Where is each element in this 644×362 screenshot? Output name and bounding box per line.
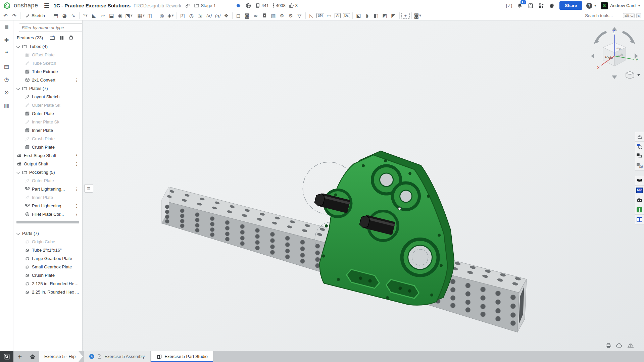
feature-row[interactable]: Output Shaft⋮ <box>13 160 82 168</box>
sm-corner-icon[interactable]: ◩ <box>381 12 389 19</box>
green-book-icon[interactable] <box>635 205 644 215</box>
tab-search-icon[interactable] <box>0 351 13 362</box>
feature-row[interactable]: Crush Plate <box>13 143 82 151</box>
custom-robot-icon[interactable]: ◙ <box>243 12 251 19</box>
chevron-down-icon[interactable] <box>16 170 20 173</box>
feature-row[interactable]: 2x1 Convert⋮ <box>13 76 82 84</box>
rotate-cw-icon[interactable] <box>623 32 633 41</box>
robot-icon[interactable] <box>635 195 644 205</box>
butterfly-icon[interactable] <box>635 176 644 186</box>
feature-row[interactable]: Outer Plate <box>13 109 82 118</box>
copies-stat[interactable]: 441 <box>255 3 269 8</box>
transform-icon[interactable]: ⇲ <box>196 12 204 19</box>
variable-studio-icon[interactable]: (q) <box>213 12 222 19</box>
sketch-point[interactable] <box>398 207 401 210</box>
feature-row-folder-plates[interactable]: Plates (7) <box>13 84 82 93</box>
learning-center-icon[interactable] <box>549 2 555 9</box>
row-menu-icon[interactable]: ⋮ <box>73 77 80 83</box>
3d-viewport[interactable]: ≣ Top Right Back <box>83 20 644 351</box>
follows-stat[interactable]: 4008 <box>272 3 286 8</box>
mirror-icon[interactable]: ◫ <box>146 12 154 19</box>
part-row[interactable]: Crush Plate <box>13 271 82 279</box>
plane-icon[interactable]: ◰ <box>179 12 187 19</box>
model-scene[interactable] <box>83 20 644 351</box>
search-parts-icon[interactable]: ⊙ <box>3 89 10 96</box>
linkage-icon[interactable]: ∞ <box>252 12 260 19</box>
sheet-metal-sm-icon[interactable]: SM <box>316 12 325 19</box>
redo-icon[interactable]: ↷ <box>10 12 18 19</box>
rollback-bar[interactable] <box>16 221 79 223</box>
arrow-left-icon[interactable] <box>591 53 594 59</box>
part-row[interactable]: Small Gearbox Plate <box>13 263 82 271</box>
draft-icon[interactable]: ▱ <box>99 12 107 19</box>
gear2-icon[interactable]: ⚙ <box>287 12 295 19</box>
modify-fillet-icon[interactable]: ⬔▼ <box>125 12 133 19</box>
document-title[interactable]: 1C - Practice Exercise Solutions <box>54 3 131 8</box>
print-icon[interactable] <box>605 343 612 348</box>
linear-pattern-icon[interactable]: ▦▼ <box>137 12 145 19</box>
feature-row[interactable]: Inner Plate Sk <box>13 118 82 126</box>
flat-pattern-icon[interactable]: ▭ <box>325 12 333 19</box>
cube-braces-icon[interactable] <box>635 151 644 161</box>
public-globe-icon[interactable] <box>245 2 252 9</box>
feature-row[interactable]: Inner Plate <box>13 126 82 135</box>
custom-features-icon[interactable]: ◙▼ <box>413 12 422 19</box>
helix-icon[interactable]: ◷ <box>187 12 196 19</box>
part-row[interactable]: Tube 2"x1"x16" <box>13 246 82 254</box>
filter-funnel-icon[interactable]: ▽ <box>295 12 304 19</box>
appearance-panel-icon[interactable] <box>635 132 644 142</box>
tasks-icon[interactable] <box>527 2 534 9</box>
link-icon[interactable] <box>184 2 191 9</box>
search-tools[interactable]: alt/⌥ c <box>584 13 643 18</box>
rollback-timer-icon[interactable] <box>68 35 73 40</box>
parts-header-row[interactable]: Parts (7) <box>13 229 82 238</box>
new-folder-icon[interactable] <box>50 35 55 40</box>
cube-variable-icon[interactable]: (x) <box>635 161 644 171</box>
primitive-box-icon[interactable]: ◻ <box>234 12 243 19</box>
blue-book-icon[interactable] <box>635 215 644 224</box>
comments-icon[interactable]: ❝ <box>3 49 10 57</box>
help-menu[interactable]: ? ▼ <box>586 3 597 9</box>
row-menu-icon[interactable]: ⋮ <box>73 161 80 166</box>
feature-row[interactable]: Part Lightening...⋮ <box>13 202 82 210</box>
chamfer-icon[interactable]: ◣ <box>90 12 98 19</box>
undo-icon[interactable]: ↶ <box>1 12 10 19</box>
education-icon[interactable] <box>235 2 242 9</box>
arrow-down-icon[interactable] <box>612 75 617 79</box>
share-button[interactable]: Share <box>559 1 582 10</box>
feature-row[interactable]: Outer Plate <box>13 176 82 185</box>
search-tools-input[interactable] <box>584 13 621 18</box>
sm-fold-icon[interactable]: ⬕ <box>354 12 363 19</box>
ground-plane-icon[interactable] <box>627 343 634 348</box>
ds-badge-icon[interactable]: Ds <box>342 12 351 19</box>
row-menu-icon[interactable]: ⋮ <box>73 212 80 217</box>
mk-icon[interactable]: MK <box>635 186 644 195</box>
feature-row[interactable]: Layout Sketch <box>13 93 82 101</box>
sweep-icon[interactable]: ∿ <box>69 12 78 19</box>
sm-flange-icon[interactable]: ◤ <box>389 12 398 19</box>
feature-row-folder-pocketing[interactable]: Pocketing (5) <box>13 168 82 176</box>
boolean-icon[interactable]: ◎ <box>158 12 166 19</box>
cloud-icon[interactable] <box>616 343 623 348</box>
fillet-icon[interactable]: ◝▼ <box>81 12 90 19</box>
feature-list-panel-icon[interactable]: ≣ <box>3 23 10 31</box>
feature-row[interactable]: First Stage Shaft⋮ <box>13 151 82 160</box>
sketch-button[interactable]: Sketch <box>22 12 48 20</box>
rotate-ccw-icon[interactable] <box>596 32 606 41</box>
feature-row[interactable]: Outer Plate Sk <box>13 101 82 109</box>
feature-row[interactable]: Inner Plate <box>13 193 82 202</box>
feature-row[interactable]: Part Lightening...⋮ <box>13 185 82 193</box>
variable-icon[interactable]: (x) <box>205 12 213 19</box>
tab-exercise-5-assembly[interactable]: ↯ Exercise 5 Assembly <box>84 351 150 362</box>
colored-part-icon[interactable]: ▧ <box>269 12 278 19</box>
sm-tab-icon[interactable]: ◧ <box>372 12 380 19</box>
feature-row[interactable]: Crush Plate <box>13 135 82 143</box>
feature-row-folder-tubes[interactable]: Tubes (4) <box>13 42 82 51</box>
apps-grid-icon[interactable] <box>538 2 545 9</box>
part-row[interactable]: Large Gearbox Plate <box>13 254 82 263</box>
workspace-breadcrumb[interactable]: Stage 1 <box>194 3 216 8</box>
tab-exercise-5-part-studio[interactable]: Exercise 5 Part Studio <box>151 351 213 362</box>
shell-icon[interactable]: ⬓ <box>107 12 116 19</box>
feature-row[interactable]: Offset Plate <box>13 51 82 59</box>
row-menu-icon[interactable]: ⋮ <box>73 187 80 192</box>
